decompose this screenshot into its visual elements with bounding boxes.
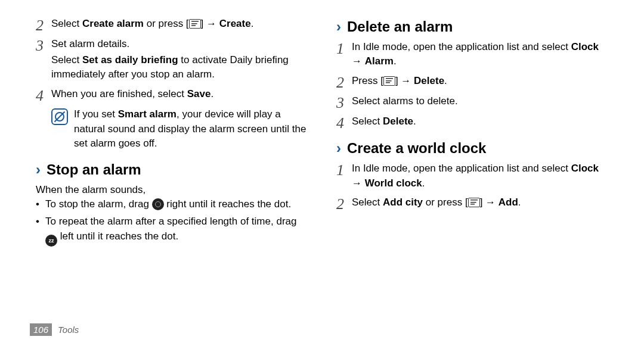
- bold-text: Alarm: [365, 55, 394, 67]
- text: Select alarms to delete.: [352, 94, 608, 109]
- text: If you set: [74, 108, 118, 120]
- snooze-drag-icon: zz: [45, 235, 57, 247]
- bullet-item: • To stop the alarm, drag right until it…: [36, 197, 308, 212]
- text: ] →: [201, 18, 219, 29]
- text: or press [: [144, 18, 189, 29]
- page-number: 106: [30, 323, 52, 336]
- step-number: 4: [36, 87, 51, 104]
- text: →: [352, 177, 365, 189]
- bold-text: Add city: [383, 197, 423, 208]
- heading: Create a world clock: [347, 138, 486, 159]
- bold-text: World clock: [365, 177, 422, 189]
- bold-text: Clock: [571, 163, 599, 174]
- text: Select: [51, 18, 82, 29]
- step-body: Select Delete.: [352, 114, 608, 130]
- stop-intro: When the alarm sounds,: [36, 183, 308, 198]
- step-number: 1: [336, 40, 352, 57]
- text: .: [444, 75, 447, 86]
- stop-drag-icon: [152, 198, 164, 210]
- step-number: 2: [336, 74, 352, 91]
- bold-text: Clock: [571, 41, 599, 52]
- section-heading-world: › Create a world clock: [336, 138, 608, 159]
- delete-step-3: 3 Select alarms to delete.: [336, 94, 608, 111]
- delete-step-2: 2 Press [] → Delete.: [336, 74, 608, 91]
- columns: 2 Select Create alarm or press [] → Crea…: [36, 17, 608, 249]
- text: To repeat the alarm after a specified le…: [45, 216, 296, 227]
- step-body: Select Create alarm or press [] → Create…: [51, 17, 308, 33]
- world-step-2: 2 Select Add city or press [] → Add.: [336, 195, 608, 212]
- text: In Idle mode, open the application list …: [352, 41, 571, 52]
- step-body: Select alarms to delete.: [352, 94, 608, 110]
- bold-text: Create: [219, 18, 251, 29]
- bold-text: Create alarm: [82, 18, 144, 29]
- bullet-item: • To repeat the alarm after a specified …: [36, 214, 308, 247]
- heading: Stop an alarm: [47, 160, 141, 180]
- menu-key-icon: [189, 19, 201, 29]
- step-3: 3 Set alarm details. Select Set as daily…: [36, 37, 308, 83]
- text: .: [518, 197, 521, 208]
- text: .: [413, 116, 416, 127]
- chevron-icon: ›: [336, 141, 341, 155]
- step-body: In Idle mode, open the application list …: [352, 161, 608, 192]
- text: ] →: [480, 197, 499, 208]
- chevron-icon: ›: [336, 20, 341, 34]
- page: 2 Select Create alarm or press [] → Crea…: [0, 0, 644, 349]
- bullet-dot: •: [36, 214, 45, 229]
- bold-text: Delete: [383, 116, 413, 127]
- text: Select: [352, 197, 383, 208]
- section-label: Tools: [58, 325, 79, 335]
- text: right until it reaches the dot.: [164, 198, 292, 210]
- footer: 106 Tools: [30, 323, 79, 336]
- step-body: In Idle mode, open the application list …: [352, 40, 608, 70]
- text: .: [394, 55, 397, 67]
- menu-key-icon: [383, 76, 395, 86]
- text: In Idle mode, open the application list …: [352, 163, 571, 174]
- note-body: If you set Smart alarm, your device will…: [74, 107, 308, 151]
- right-column: › Delete an alarm 1 In Idle mode, open t…: [336, 17, 608, 249]
- chevron-icon: ›: [36, 163, 41, 177]
- world-step-1: 1 In Idle mode, open the application lis…: [336, 161, 608, 192]
- text: .: [422, 177, 425, 189]
- text: Select: [51, 54, 82, 66]
- bold-text: Smart alarm: [118, 108, 177, 120]
- delete-step-1: 1 In Idle mode, open the application lis…: [336, 40, 608, 70]
- step-body: Select Add city or press [] → Add.: [352, 195, 608, 211]
- text: ] →: [395, 75, 414, 86]
- text: Press [: [352, 75, 383, 86]
- section-heading-stop: › Stop an alarm: [36, 160, 308, 180]
- menu-key-icon: [468, 198, 480, 207]
- step-number: 4: [336, 114, 352, 131]
- bold-text: Add: [499, 197, 518, 208]
- step-number: 3: [36, 37, 51, 54]
- text: .: [210, 88, 213, 99]
- bold-text: Delete: [414, 75, 444, 86]
- text: Set alarm details.: [51, 37, 308, 52]
- text: or press [: [423, 197, 468, 208]
- delete-step-4: 4 Select Delete.: [336, 114, 608, 131]
- step-body: Press [] → Delete.: [352, 74, 608, 90]
- step-body: Set alarm details. Select Set as daily b…: [51, 37, 308, 83]
- note: If you set Smart alarm, your device will…: [51, 107, 308, 151]
- text: left until it reaches the dot.: [57, 230, 178, 242]
- step-number: 2: [36, 17, 51, 33]
- step-number: 3: [336, 94, 352, 111]
- step-body: When you are finished, select Save.: [51, 87, 308, 103]
- heading: Delete an alarm: [347, 17, 453, 38]
- bullet-dot: •: [36, 197, 45, 212]
- text: When you are finished, select: [51, 88, 187, 99]
- text: Select: [352, 116, 383, 127]
- section-heading-delete: › Delete an alarm: [336, 17, 608, 38]
- bold-text: Save: [187, 88, 211, 99]
- step-number: 1: [336, 161, 352, 178]
- text: →: [352, 55, 365, 67]
- left-column: 2 Select Create alarm or press [] → Crea…: [36, 17, 308, 249]
- step-2: 2 Select Create alarm or press [] → Crea…: [36, 17, 308, 33]
- text: To stop the alarm, drag: [45, 198, 152, 210]
- step-4: 4 When you are finished, select Save.: [36, 87, 308, 104]
- note-icon: [51, 108, 68, 125]
- step-number: 2: [336, 195, 352, 212]
- text: .: [251, 18, 254, 29]
- bold-text: Set as daily briefing: [82, 54, 178, 66]
